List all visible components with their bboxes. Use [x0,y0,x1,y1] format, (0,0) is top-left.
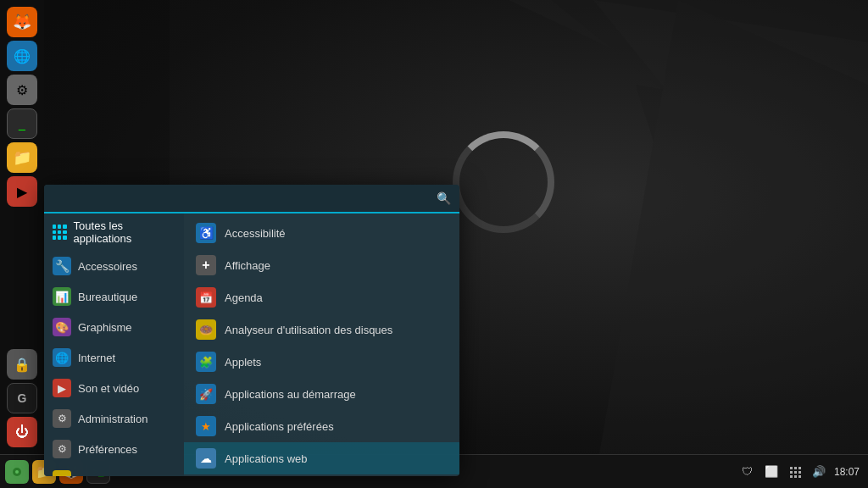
son-video-icon: ▶ [53,379,71,397]
network-dock-icon[interactable]: 🌐 [7,41,37,71]
category-graphisme[interactable]: 🎨 Graphisme [44,312,184,342]
svg-rect-5 [794,467,797,469]
svg-rect-7 [790,471,793,474]
accessories-icon: 🔧 [53,257,71,275]
network-tray-icon[interactable] [787,463,804,480]
shield-tray-icon[interactable]: 🛡 [739,463,756,480]
analyseur-icon: 🍩 [196,319,216,340]
svg-rect-9 [798,471,801,474]
desktop-circle-decoration [453,131,554,233]
svg-rect-8 [794,471,797,474]
menu-categories-panel: Toutes les applications 🔧 Accessoires 📊 … [44,214,184,476]
mint-menu-button[interactable] [5,460,29,484]
administration-icon: ⚙ [53,409,71,428]
svg-rect-12 [798,475,801,478]
accessibilite-icon: ♿ [196,223,216,243]
category-graphisme-label: Graphisme [78,321,132,334]
graphisme-icon: 🎨 [53,318,71,336]
category-accessories[interactable]: 🔧 Accessoires [44,251,184,281]
category-bureautique-label: Bureautique [78,291,137,303]
applications-preferees-icon: ★ [196,416,216,436]
app-applications-demarrage[interactable]: 🚀 Applications au démarrage [184,378,459,410]
app-applications-web[interactable]: ☁ Applications web [184,442,459,474]
svg-rect-11 [794,475,797,478]
category-accessories-label: Accessoires [78,260,137,273]
app-accessibilite[interactable]: ♿ Accessibilité [184,217,459,249]
volume-tray-icon[interactable]: 🔊 [810,463,827,480]
menu-body: Toutes les applications 🔧 Accessoires 📊 … [44,214,459,476]
settings-dock-icon[interactable]: ⚙ [7,75,37,105]
category-administration-label: Administration [78,413,147,425]
app-applications-preferees[interactable]: ★ Applications préférées [184,410,459,442]
search-input[interactable] [53,191,437,205]
clock-display: 18:07 [834,466,860,478]
app-accessibilite-label: Accessibilité [225,227,286,240]
app-applications-demarrage-label: Applications au démarrage [225,388,356,401]
taskbar-right: 🛡 ⬜ 🔊 18:07 [731,463,868,480]
agenda-icon: 📅 [196,287,216,308]
category-son-video-label: Son et vidéo [78,382,139,395]
svg-rect-4 [790,467,793,469]
category-bureautique[interactable]: 📊 Bureautique [44,281,184,312]
app-affichage[interactable]: + Affichage [184,249,459,281]
category-preferences[interactable]: ⚙ Préférences [44,434,184,464]
category-emplacements-label: Emplacements [78,474,151,477]
category-internet-label: Internet [78,352,115,364]
window-tray-icon[interactable]: ⬜ [763,463,780,480]
firefox-dock-icon[interactable]: 🦊 [7,7,37,37]
app-agenda-label: Agenda [225,291,263,304]
svg-rect-6 [798,467,801,469]
category-preferences-label: Préférences [78,443,137,456]
internet-icon: 🌐 [53,348,71,367]
app-bibliotheque[interactable]: ❤ Bibliothèque [184,474,459,476]
category-emplacements[interactable]: 📁 Emplacements [44,464,184,476]
menu-search-bar: 🔍 [44,185,459,214]
lock-dock-icon[interactable]: 🔒 [7,349,37,380]
applications-web-icon: ☁ [196,448,216,469]
power-dock-icon[interactable]: ⏻ [7,417,37,447]
application-dock: 🦊 🌐 ⚙ _ 📁 ▶ 🔒 G ⏻ [0,0,44,454]
grub-customizer-dock-icon[interactable]: G [7,383,37,413]
menu-apps-panel: ♿ Accessibilité + Affichage 📅 Agenda 🍩 A… [184,214,459,476]
category-administration[interactable]: ⚙ Administration [44,403,184,434]
video-dock-icon[interactable]: ▶ [7,176,37,207]
applets-icon: 🧩 [196,352,216,372]
svg-rect-10 [790,475,793,478]
folder-dock-icon[interactable]: 📁 [7,142,37,173]
category-all-apps[interactable]: Toutes les applications [44,214,184,251]
application-menu: 🔍 Toutes les applications 🔧 Accessoires … [44,185,459,476]
app-applications-web-label: Applications web [225,452,308,465]
svg-point-3 [15,470,19,474]
app-affichage-label: Affichage [225,259,270,272]
app-applications-preferees-label: Applications préférées [225,420,334,433]
bureautique-icon: 📊 [53,287,71,306]
emplacements-icon: 📁 [53,470,71,476]
grid-icon [53,225,67,240]
app-applets-label: Applets [225,356,261,369]
category-all-apps-label: Toutes les applications [74,219,175,245]
search-icon[interactable]: 🔍 [437,191,451,205]
applications-demarrage-icon: 🚀 [196,384,216,404]
preferences-icon: ⚙ [53,440,71,458]
app-analyseur[interactable]: 🍩 Analyseur d'utilisation des disques [184,313,459,346]
affichage-icon: + [196,255,216,275]
category-internet[interactable]: 🌐 Internet [44,342,184,373]
category-son-video[interactable]: ▶ Son et vidéo [44,373,184,403]
terminal-dock-icon[interactable]: _ [7,108,37,139]
app-analyseur-label: Analyseur d'utilisation des disques [225,324,392,336]
app-applets[interactable]: 🧩 Applets [184,346,459,378]
app-agenda[interactable]: 📅 Agenda [184,281,459,313]
